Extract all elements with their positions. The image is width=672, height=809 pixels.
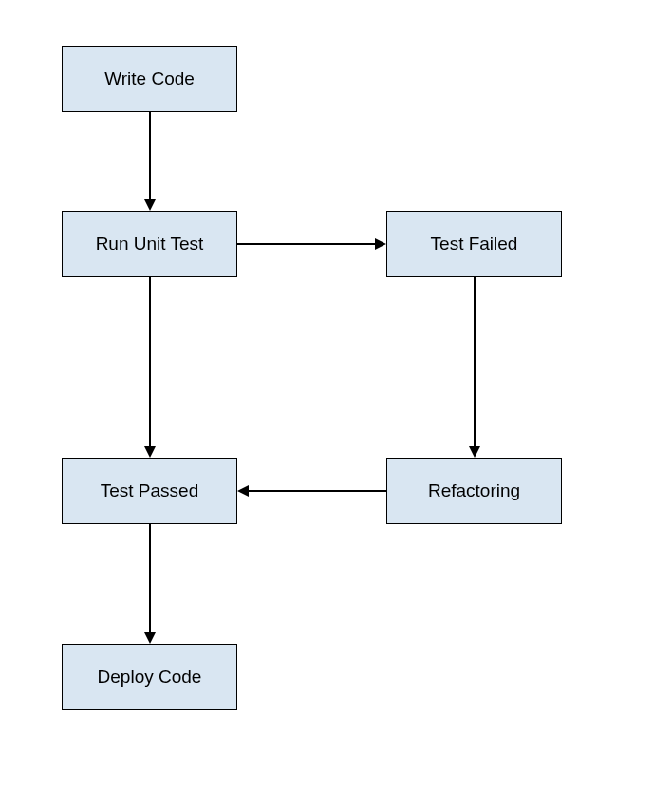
- node-label: Write Code: [104, 68, 195, 89]
- node-label: Test Failed: [431, 234, 518, 254]
- arrowhead-icon: [144, 632, 156, 644]
- node-test-failed: Test Failed: [386, 211, 562, 277]
- edge-refactoring-testpassed: [249, 490, 386, 492]
- node-label: Deploy Code: [98, 667, 202, 687]
- node-write-code: Write Code: [62, 46, 237, 112]
- edge-testpassed-deploycode: [149, 524, 151, 632]
- node-label: Refactoring: [428, 480, 520, 501]
- node-label: Test Passed: [101, 480, 199, 501]
- edge-rununittest-testfailed: [237, 243, 375, 245]
- arrowhead-icon: [144, 446, 156, 458]
- arrowhead-icon: [237, 485, 249, 497]
- node-label: Run Unit Test: [96, 234, 204, 254]
- edge-writecode-rununittest: [149, 112, 151, 199]
- node-run-unit-test: Run Unit Test: [62, 211, 237, 277]
- edge-testfailed-refactoring: [474, 277, 476, 446]
- node-test-passed: Test Passed: [62, 458, 237, 524]
- edge-rununittest-testpassed: [149, 277, 151, 446]
- arrowhead-icon: [469, 446, 480, 458]
- arrowhead-icon: [375, 238, 386, 250]
- arrowhead-icon: [144, 199, 156, 211]
- node-deploy-code: Deploy Code: [62, 644, 237, 710]
- node-refactoring: Refactoring: [386, 458, 562, 524]
